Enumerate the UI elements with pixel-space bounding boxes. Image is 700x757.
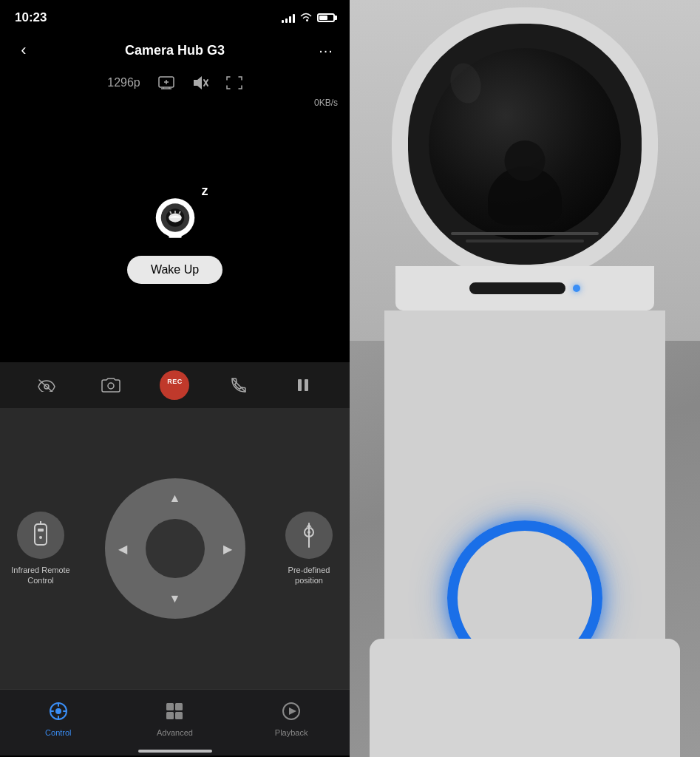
- status-time: 10:23: [15, 10, 47, 25]
- wifi-icon: [299, 12, 313, 24]
- advanced-nav-icon: [165, 702, 184, 725]
- call-button[interactable]: [222, 369, 255, 401]
- resolution-item[interactable]: 1296p: [107, 76, 140, 89]
- battery-icon: [317, 13, 335, 22]
- control-bar: REC: [0, 362, 350, 408]
- pause-button[interactable]: [287, 369, 319, 401]
- predef-circle: [285, 512, 333, 559]
- svg-marker-41: [289, 707, 296, 715]
- control-panel: Infrared RemoteControl ▲ ▼ ◀ ▶: [0, 408, 350, 689]
- more-button[interactable]: ···: [314, 42, 338, 59]
- dpad-up-arrow[interactable]: ▲: [169, 492, 181, 505]
- video-area: z Wake Up: [0, 111, 350, 362]
- hide-button[interactable]: [30, 369, 63, 401]
- camera-sleep-icon: [149, 189, 201, 241]
- nav-item-playback[interactable]: Playback: [262, 702, 321, 737]
- page-title: Camera Hub G3: [35, 43, 314, 58]
- svg-rect-17: [171, 234, 178, 237]
- mute-button[interactable]: [192, 76, 208, 89]
- ir-label: Infrared RemoteControl: [11, 565, 69, 586]
- svg-point-20: [108, 383, 114, 389]
- right-panel: [350, 0, 700, 757]
- dpad: ▲ ▼ ◀ ▶: [105, 478, 245, 619]
- svg-rect-24: [35, 524, 47, 545]
- ir-icon: [29, 521, 52, 549]
- advanced-icon: [165, 702, 184, 721]
- dpad-center[interactable]: [146, 519, 205, 578]
- sleep-icon-wrap: z: [149, 189, 201, 244]
- camera-icon: [101, 377, 120, 393]
- predef-icon: [299, 522, 319, 549]
- quality-icon: [158, 76, 174, 89]
- advanced-nav-label: Advanced: [157, 728, 193, 737]
- camera-slot: [469, 282, 565, 294]
- playback-nav-icon: [282, 702, 301, 725]
- svg-point-27: [39, 536, 42, 539]
- lens-interior: [429, 48, 621, 240]
- infrared-button[interactable]: Infrared RemoteControl: [7, 512, 74, 586]
- header: ‹ Camera Hub G3 ···: [0, 33, 350, 68]
- left-panel: 10:23 ‹ Camera Hub G3 ···: [0, 0, 350, 757]
- status-led: [573, 285, 580, 292]
- svg-rect-39: [175, 712, 183, 719]
- ir-circle: [17, 512, 64, 559]
- pause-icon: [295, 377, 311, 393]
- svg-marker-6: [194, 76, 202, 89]
- svg-rect-37: [175, 703, 183, 710]
- sleep-zzz: z: [202, 183, 208, 199]
- camera-base-panel: [395, 266, 654, 310]
- resolution-label: 1296p: [107, 76, 140, 89]
- bottom-nav: Control Advanced Playback: [0, 689, 350, 756]
- back-button[interactable]: ‹: [12, 41, 35, 60]
- toolbar: 1296p: [0, 68, 350, 98]
- camera-bottom-base: [370, 639, 680, 757]
- svg-rect-38: [166, 712, 174, 719]
- record-button[interactable]: REC: [158, 369, 191, 401]
- predefined-position-button[interactable]: Pre-definedposition: [276, 512, 342, 586]
- phone-icon: [230, 376, 248, 394]
- signal-icon: [282, 13, 295, 23]
- status-bar: 10:23: [0, 0, 350, 33]
- dpad-down-arrow[interactable]: ▼: [169, 592, 181, 605]
- svg-rect-26: [38, 529, 44, 532]
- rec-label: REC: [167, 378, 183, 385]
- quality-button[interactable]: [158, 76, 174, 89]
- predef-label: Pre-definedposition: [288, 565, 330, 586]
- housing-lines: [451, 220, 599, 242]
- data-rate: 0KB/s: [0, 98, 350, 108]
- dpad-left-arrow[interactable]: ◀: [118, 542, 127, 556]
- eye-slash-icon: [38, 378, 55, 392]
- camera-background: [350, 0, 700, 757]
- mute-icon: [192, 76, 208, 89]
- svg-rect-23: [305, 379, 308, 391]
- camera-housing: [392, 7, 658, 281]
- nav-item-advanced[interactable]: Advanced: [145, 702, 204, 737]
- dpad-section: Infrared RemoteControl ▲ ▼ ◀ ▶: [0, 408, 350, 689]
- control-icon: [49, 702, 68, 721]
- home-indicator: [138, 750, 212, 753]
- wake-up-button[interactable]: Wake Up: [127, 256, 222, 284]
- svg-point-29: [307, 531, 310, 534]
- svg-point-31: [55, 708, 61, 714]
- photo-button[interactable]: [95, 369, 127, 401]
- playback-nav-label: Playback: [275, 728, 308, 737]
- svg-rect-22: [298, 379, 302, 391]
- nav-item-control[interactable]: Control: [29, 702, 88, 737]
- svg-rect-36: [166, 703, 174, 710]
- fullscreen-button[interactable]: [226, 76, 242, 89]
- control-nav-label: Control: [45, 728, 71, 737]
- status-icons: [282, 12, 335, 24]
- fullscreen-icon: [226, 76, 242, 89]
- control-nav-icon: [49, 702, 68, 725]
- head-reflection: [505, 140, 546, 181]
- playback-icon: [282, 702, 301, 721]
- lens-reflection: [446, 60, 486, 106]
- dpad-right-arrow[interactable]: ▶: [223, 542, 232, 556]
